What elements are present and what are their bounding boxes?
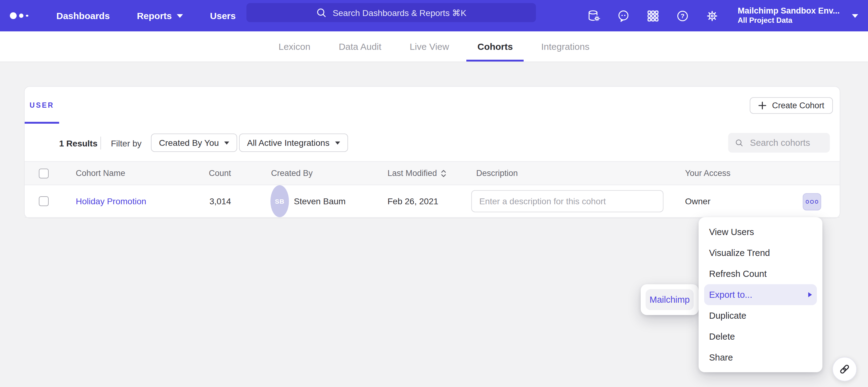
integrations-filter-value: All Active Integrations <box>247 138 330 148</box>
help-icon[interactable]: ? <box>676 9 690 23</box>
table-row: Holiday Promotion 3,014 SB Steven Baum F… <box>25 185 840 218</box>
filter-by-label: Filter by <box>111 138 142 148</box>
last-modified-date: Feb 26, 2021 <box>388 185 438 217</box>
data-management-tabs: Lexicon Data Audit Live View Cohorts Int… <box>0 31 868 62</box>
global-search-placeholder: Search Dashboards & Reports ⌘K <box>333 8 466 17</box>
menu-export-to-label: Export to... <box>709 290 752 300</box>
menu-view-users[interactable]: View Users <box>699 221 823 242</box>
create-cohort-button[interactable]: Create Cohort <box>750 97 833 114</box>
global-search-input[interactable]: Search Dashboards & Reports ⌘K <box>246 3 536 22</box>
tab-live-view[interactable]: Live View <box>410 31 449 62</box>
menu-delete[interactable]: Delete <box>699 326 823 347</box>
avatar: SB <box>271 185 289 217</box>
access-level: Owner <box>685 185 710 217</box>
project-name: Mailchimp Sandbox Env... <box>738 6 840 16</box>
row-actions-menu: View Users Visualize Trend Refresh Count… <box>699 217 823 372</box>
creator-name: Steven Baum <box>294 185 346 217</box>
nav-users[interactable]: Users <box>210 10 236 21</box>
tab-data-audit[interactable]: Data Audit <box>339 31 381 62</box>
caret-down-icon <box>224 141 229 144</box>
apps-grid-icon[interactable] <box>647 9 660 23</box>
column-description: Description <box>476 162 518 184</box>
search-icon <box>735 138 743 148</box>
search-cohorts[interactable] <box>728 133 830 152</box>
row-actions-button[interactable] <box>803 193 821 210</box>
app-root: Dashboards Reports Users Search Dashboar… <box>0 0 868 387</box>
cohort-name-link[interactable]: Holiday Promotion <box>76 185 146 217</box>
menu-share[interactable]: Share <box>699 347 823 368</box>
settings-gear-icon[interactable] <box>706 9 719 23</box>
cohorts-card: USER Create Cohort 1 Results Filter by C… <box>25 87 840 218</box>
submenu-mailchimp[interactable]: Mailchimp <box>646 289 694 310</box>
top-navigation-bar: Dashboards Reports Users Search Dashboar… <box>0 0 868 31</box>
chevron-down-icon <box>177 14 183 17</box>
search-cohorts-input[interactable] <box>749 137 823 148</box>
column-last-modified[interactable]: Last Modified <box>388 162 447 184</box>
submenu-arrow-icon <box>808 292 812 297</box>
column-your-access: Your Access <box>685 162 731 184</box>
nav-dashboards[interactable]: Dashboards <box>56 10 110 21</box>
project-scope: All Project Data <box>738 16 840 26</box>
data-management-icon[interactable] <box>587 9 601 23</box>
created-by-filter-value: Created By You <box>159 138 219 148</box>
nav-reports[interactable]: Reports <box>137 10 183 21</box>
search-icon <box>316 7 327 18</box>
link-icon <box>838 363 851 375</box>
column-cohort-name: Cohort Name <box>76 162 125 184</box>
caret-down-icon <box>335 141 340 144</box>
results-count: 1 Results <box>59 138 98 148</box>
integrations-filter-dropdown[interactable]: All Active Integrations <box>239 134 348 152</box>
copy-link-button[interactable] <box>832 357 857 382</box>
description-input[interactable] <box>471 190 663 212</box>
feedback-icon[interactable] <box>617 9 630 23</box>
topbar-right: ? Mailchimp Sandbox Env... All Project D… <box>587 0 868 31</box>
tab-user-label: USER <box>30 102 54 109</box>
tab-integrations[interactable]: Integrations <box>541 31 590 62</box>
select-all-checkbox[interactable] <box>39 169 49 178</box>
menu-refresh-count[interactable]: Refresh Count <box>699 263 823 284</box>
project-caret-icon[interactable] <box>852 14 858 17</box>
column-created-by: Created By <box>271 162 313 184</box>
sort-icon <box>441 169 447 177</box>
tab-cohorts[interactable]: Cohorts <box>477 31 513 62</box>
tab-user[interactable]: USER <box>25 87 59 124</box>
avatar-initials: SB <box>275 198 284 205</box>
table-header: Cohort Name Count Created By Last Modifi… <box>25 161 840 185</box>
row-checkbox[interactable] <box>39 196 49 206</box>
primary-nav: Dashboards Reports Users <box>56 10 236 21</box>
created-by-filter-dropdown[interactable]: Created By You <box>151 134 238 152</box>
menu-duplicate[interactable]: Duplicate <box>699 305 823 326</box>
create-cohort-label: Create Cohort <box>772 101 824 110</box>
svg-text:?: ? <box>681 12 685 19</box>
nav-reports-label: Reports <box>137 10 172 21</box>
menu-visualize-trend[interactable]: Visualize Trend <box>699 242 823 263</box>
mixpanel-logo-icon[interactable] <box>10 12 28 19</box>
divider <box>100 137 101 149</box>
tab-lexicon[interactable]: Lexicon <box>278 31 310 62</box>
column-last-modified-label: Last Modified <box>388 169 437 178</box>
export-submenu: Mailchimp <box>641 284 699 315</box>
cohort-count: 3,014 <box>176 185 231 217</box>
plus-icon <box>758 102 766 109</box>
column-count: Count <box>176 162 231 184</box>
menu-export-to[interactable]: Export to... <box>704 284 817 305</box>
project-switcher[interactable]: Mailchimp Sandbox Env... All Project Dat… <box>738 6 840 26</box>
